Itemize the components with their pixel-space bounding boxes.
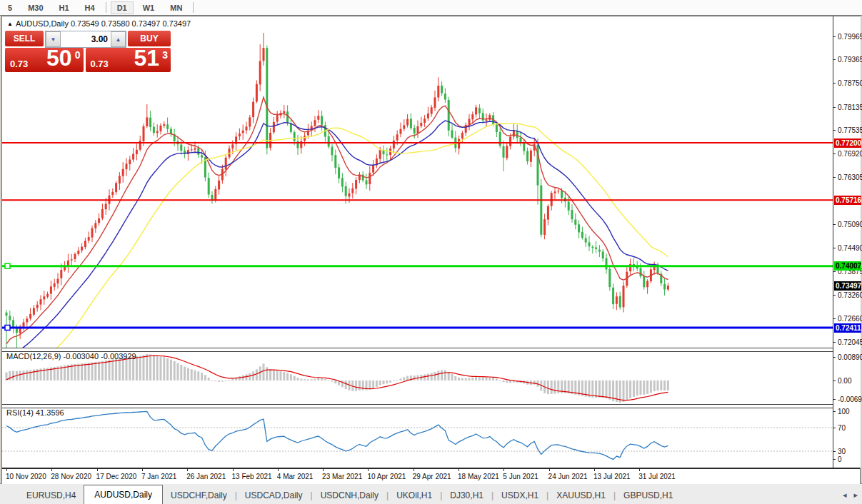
timeframe-button-5[interactable]: 5: [1, 1, 19, 14]
date-tick-mark: [278, 469, 279, 471]
timeframe-button-D1[interactable]: D1: [111, 1, 134, 14]
axis-tick-mark: [833, 130, 836, 131]
macd-label: MACD(12,26,9) -0.003040 -0.003929: [6, 352, 136, 361]
chart-window: ▲AUDUSD,Daily 0.73549 0.73580 0.73497 0.…: [1, 16, 861, 483]
hline-handle-0.72411[interactable]: [5, 326, 10, 331]
date-axis-label: 13 Feb 2021: [232, 473, 272, 480]
sell-button[interactable]: SELL: [5, 31, 44, 46]
timeframe-button-W1[interactable]: W1: [136, 1, 161, 14]
date-axis-label: 31 Jul 2021: [638, 473, 676, 480]
price-axis-label: 0.77535: [838, 126, 862, 134]
price-tag-0.72411: 0.72411: [834, 323, 861, 333]
candles-layer: [6, 33, 669, 348]
price-tag-0.73497: 0.73497: [834, 281, 861, 291]
date-tick-mark: [458, 469, 459, 471]
rsi-pane[interactable]: [2, 407, 833, 466]
price-axis-label: 0.79965: [838, 33, 862, 41]
chart-title-text: AUDUSD,Daily 0.73549 0.73580 0.73497 0.7…: [16, 19, 191, 28]
rsi-label: RSI(14) 41.3596: [6, 408, 64, 417]
price-tag-0.75716: 0.75716: [834, 196, 861, 205]
price-axis-label: 0.76305: [838, 173, 862, 181]
rsi-axis-label: 100: [838, 408, 850, 415]
macd-axis-label: 0.008903: [838, 353, 862, 361]
axis-tick-mark: [833, 271, 836, 272]
chart-tab-UKOil-H1[interactable]: UKOil,H1: [389, 487, 440, 504]
timeframe-button-H1[interactable]: H1: [53, 1, 76, 14]
date-axis-label: 17 Dec 2020: [96, 473, 137, 480]
macd-indicator-values: -0.003040 -0.003929: [63, 352, 136, 361]
chart-tab-GBPUSD-H1[interactable]: GBPUSD,H1: [616, 487, 681, 504]
chart-tab-USDCNH-Daily[interactable]: USDCNH,Daily: [313, 487, 386, 504]
date-tick-mark: [6, 469, 7, 471]
date-axis-label: 18 May 2021: [458, 473, 499, 480]
axis-tick-mark: [833, 177, 836, 178]
timeframe-button-H4[interactable]: H4: [79, 1, 101, 14]
date-axis-label: 26 Jan 2021: [186, 473, 226, 480]
rsi-axis-label: 30: [838, 448, 846, 455]
tab-scroll-buttons: ◂ ▸: [843, 490, 858, 500]
axis-tick-mark: [833, 380, 836, 381]
date-axis-label: 13 Jul 2021: [593, 473, 631, 480]
date-axis-label: 10 Apr 2021: [367, 473, 406, 480]
chart-tab-USDX-H1[interactable]: USDX,H1: [493, 487, 546, 504]
price-axis-label: 0.76920: [838, 150, 862, 158]
toolbar-divider: [106, 2, 106, 13]
timeframe-button-MN[interactable]: MN: [164, 1, 189, 14]
ma-line-fast: [6, 97, 668, 344]
volume-increase-icon[interactable]: ▲: [111, 31, 126, 47]
buy-price-box[interactable]: 0.73 51 3: [86, 48, 171, 72]
macd-histogram: [6, 354, 669, 403]
buy-button[interactable]: BUY: [128, 31, 171, 46]
date-axis-label: 7 Jan 2021: [141, 473, 177, 480]
chart-tab-USDCAD-Daily[interactable]: USDCAD,Daily: [237, 487, 311, 504]
axis-tick-mark: [833, 357, 836, 358]
one-click-trade-panel: SELL ▼ ▲ BUY 0.73 50 0 0.73 51 3: [5, 31, 171, 72]
chart-tab-EURUSD-H4[interactable]: EURUSD,H4: [19, 487, 84, 504]
date-axis-label: 24 Jun 2021: [548, 473, 588, 480]
ma-line-slow: [6, 124, 668, 348]
hline-handle-0.74007[interactable]: [5, 263, 10, 268]
sell-price-big: 50: [46, 45, 72, 71]
buy-price-prefix: 0.73: [91, 59, 109, 69]
chart-tab-AUDUSD-Daily[interactable]: AUDUSD,Daily: [84, 485, 163, 504]
date-axis-label: 4 Mar 2021: [277, 473, 314, 480]
date-axis-label: 23 Mar 2021: [322, 473, 362, 480]
rsi-axis-label: 70: [838, 424, 846, 432]
price-axis-label: 0.72045: [838, 338, 862, 346]
macd-axis-label: 0.00: [838, 377, 851, 385]
date-tick-mark: [503, 469, 504, 471]
symbol-triangle-icon: ▲: [7, 21, 13, 27]
tab-scroll-right-icon[interactable]: ▸: [853, 490, 858, 500]
price-axis-label: 0.72660: [838, 315, 862, 323]
date-axis[interactable]: 10 Nov 202028 Nov 202017 Dec 20207 Jan 2…: [2, 468, 860, 484]
date-tick-mark: [368, 469, 369, 471]
price-axis-label: 0.78135: [838, 104, 862, 111]
chart-tab-DJ30-H1[interactable]: DJ30,H1: [442, 487, 491, 504]
axis-tick-mark: [833, 295, 836, 296]
axis-tick-mark: [833, 36, 836, 37]
chart-tab-XAUUSD-H1[interactable]: XAUUSD,H1: [548, 487, 613, 504]
pane-splitter-rsi[interactable]: [2, 404, 833, 408]
date-axis-label: 5 Jun 2021: [503, 473, 538, 480]
date-tick-mark: [549, 469, 550, 471]
sell-price-prefix: 0.73: [10, 59, 28, 69]
axis-tick-mark: [833, 451, 836, 452]
rsi-indicator-name: RSI(14): [6, 408, 34, 417]
price-axis-label: 0.78750: [838, 79, 862, 87]
date-tick-mark: [414, 469, 414, 471]
price-axis[interactable]: 0.799650.793650.787500.781350.775350.769…: [833, 16, 861, 468]
date-tick-mark: [639, 469, 640, 471]
sell-price-box[interactable]: 0.73 50 0: [5, 48, 84, 72]
axis-tick-mark: [833, 399, 836, 400]
chart-tab-bar: EURUSD,H4AUDUSD,DailyUSDCHF,Daily|USDCAD…: [0, 483, 862, 504]
date-axis-label: 28 Nov 2020: [51, 473, 91, 480]
date-tick-mark: [187, 469, 188, 471]
tab-scroll-left-icon[interactable]: ◂: [843, 490, 847, 500]
axis-tick-mark: [833, 411, 836, 412]
date-tick-mark: [594, 469, 595, 471]
timeframe-button-M30[interactable]: M30: [21, 1, 49, 14]
axis-tick-mark: [833, 248, 836, 248]
chart-tab-USDCHF-Daily[interactable]: USDCHF,Daily: [163, 487, 235, 504]
axis-tick-mark: [833, 59, 836, 60]
macd-indicator-name: MACD(12,26,9): [6, 352, 61, 361]
